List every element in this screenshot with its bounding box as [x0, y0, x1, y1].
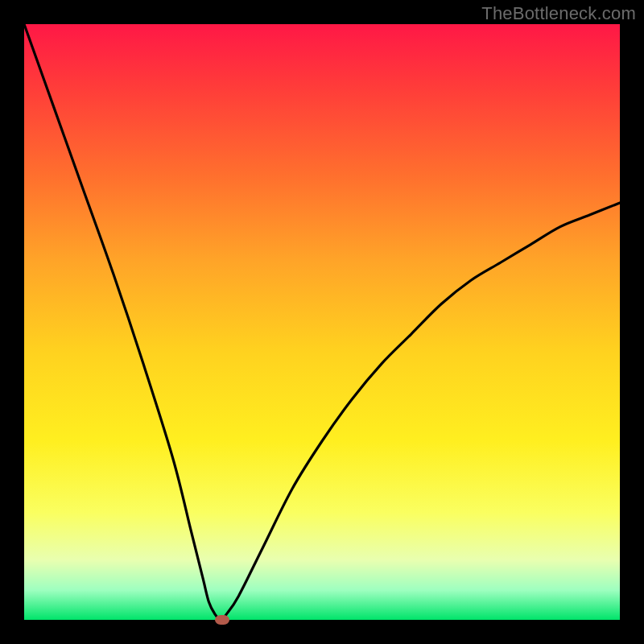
- minimum-marker: [215, 615, 229, 625]
- watermark-text: TheBottleneck.com: [481, 3, 636, 24]
- plot-area: [24, 24, 620, 620]
- curve-path: [24, 24, 620, 620]
- bottleneck-curve: [24, 24, 620, 620]
- chart-frame: TheBottleneck.com: [0, 0, 644, 644]
